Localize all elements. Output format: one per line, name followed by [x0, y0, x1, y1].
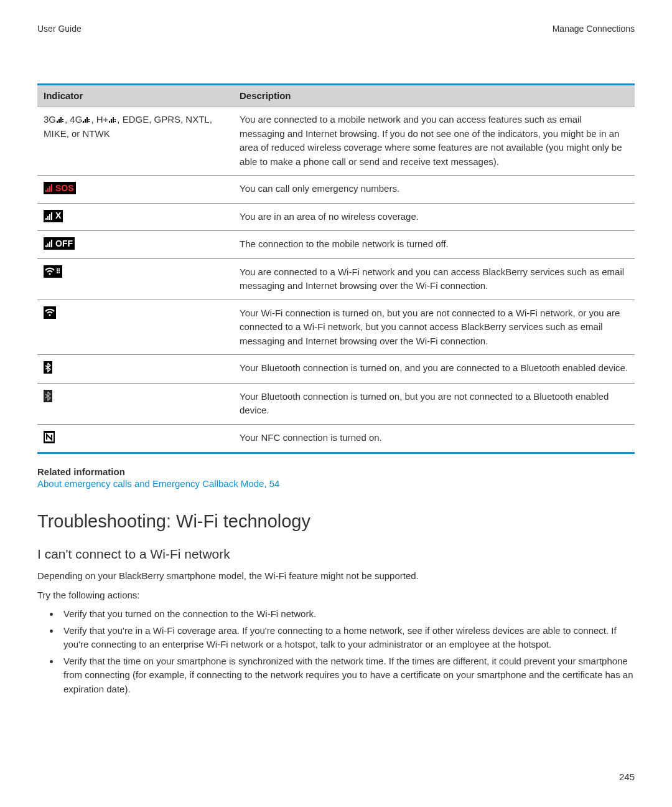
description-cell: Your Bluetooth connection is turned on, …: [233, 383, 635, 424]
svg-rect-18: [51, 184, 52, 192]
svg-rect-26: [51, 240, 52, 247]
svg-rect-22: [51, 212, 52, 220]
network-prefix: 3G: [44, 114, 56, 125]
list-item: Verify that the time on your smartphone …: [60, 654, 635, 697]
svg-rect-0: [57, 121, 58, 123]
indicator-cell: 3G, 4G, H+, EDGE, GPRS, NXTL, MIKE, or N…: [37, 106, 233, 176]
svg-rect-1: [58, 119, 60, 123]
table-row: Your Bluetooth connection is turned on, …: [37, 383, 635, 424]
table-row: Your Wi-Fi connection is turned on, but …: [37, 300, 635, 355]
svg-rect-15: [45, 190, 47, 192]
header-left: User Guide: [37, 24, 82, 34]
list-item: Verify that you're in a Wi-Fi coverage a…: [60, 624, 635, 652]
table-row: XYou are in an area of no wireless cover…: [37, 203, 635, 231]
table-row: Your Bluetooth connection is turned on, …: [37, 355, 635, 384]
table-header-description: Description: [233, 85, 635, 106]
indicator-cell: [37, 424, 233, 453]
signal-bars-icon: [108, 113, 117, 128]
wifi-on-icon: [44, 306, 56, 319]
page-number: 245: [619, 772, 635, 782]
svg-rect-6: [85, 119, 86, 123]
svg-rect-33: [58, 272, 60, 273]
network-suffix: , EDGE, GPRS, NXTL, MIKE, or NTWK: [44, 114, 212, 139]
svg-rect-7: [86, 117, 88, 123]
description-cell: Your Wi-Fi connection is turned on, but …: [233, 300, 635, 355]
indicators-table: Indicator Description 3G, 4G, H+, EDGE, …: [37, 83, 635, 454]
signal-bars-icon: [82, 113, 91, 128]
page-header: User Guide Manage Connections: [37, 24, 635, 34]
description-cell: You are in an area of no wireless covera…: [233, 203, 635, 231]
svg-rect-32: [57, 272, 58, 273]
table-row: SOSYou can call only emergency numbers.: [37, 176, 635, 204]
svg-rect-12: [113, 117, 114, 123]
indicator-cell: SOS: [37, 176, 233, 204]
description-cell: You are connected to a Wi-Fi network and…: [233, 258, 635, 300]
svg-rect-25: [49, 242, 50, 247]
table-row: Your NFC connection is turned on.: [37, 424, 635, 453]
troubleshooting-para2: Try the following actions:: [37, 588, 635, 603]
troubleshooting-title: Troubleshooting: Wi-Fi technology: [37, 511, 635, 532]
svg-rect-28: [57, 268, 58, 270]
signal-bars-icon: [56, 113, 65, 128]
indicator-cell: [37, 300, 233, 355]
network-prefix: 4G: [70, 114, 82, 125]
svg-rect-13: [114, 119, 116, 120]
bluetooth-connected-icon: [44, 361, 52, 374]
bluetooth-on-icon: [44, 390, 52, 402]
indicator-cell: [37, 383, 233, 424]
troubleshooting-subtitle: I can't connect to a Wi-Fi network: [37, 547, 635, 562]
indicator-cell: [37, 258, 233, 300]
svg-rect-16: [47, 188, 49, 192]
indicator-cell: [37, 355, 233, 384]
related-info-heading: Related information: [37, 466, 635, 477]
svg-point-27: [49, 273, 51, 275]
signal-off-icon: OFF: [44, 237, 75, 250]
table-row: You are connected to a Wi-Fi network and…: [37, 258, 635, 300]
network-labels: 3G, 4G, H+, EDGE, GPRS, NXTL, MIKE, or N…: [44, 114, 212, 139]
svg-rect-20: [47, 216, 49, 220]
svg-rect-30: [57, 270, 58, 271]
svg-rect-8: [88, 119, 90, 120]
indicator-cell: X: [37, 203, 233, 231]
svg-rect-17: [49, 186, 50, 192]
description-cell: Your NFC connection is turned on.: [233, 424, 635, 453]
indicator-cell: OFF: [37, 231, 233, 259]
table-header-indicator: Indicator: [37, 85, 233, 106]
svg-point-34: [49, 314, 51, 316]
svg-rect-24: [47, 243, 49, 247]
table-row: OFFThe connection to the mobile network …: [37, 231, 635, 259]
svg-rect-4: [62, 121, 63, 122]
svg-rect-2: [60, 117, 62, 123]
svg-rect-14: [114, 121, 116, 122]
svg-rect-11: [111, 119, 112, 123]
svg-rect-19: [45, 218, 47, 220]
header-right: Manage Connections: [553, 24, 635, 34]
description-cell: You are connected to a mobile network an…: [233, 106, 635, 176]
description-cell: The connection to the mobile network is …: [233, 231, 635, 259]
related-info-link[interactable]: About emergency calls and Emergency Call…: [37, 478, 635, 489]
svg-rect-31: [58, 270, 60, 271]
svg-rect-29: [58, 268, 60, 270]
svg-rect-21: [49, 214, 50, 220]
description-cell: Your Bluetooth connection is turned on, …: [233, 355, 635, 384]
svg-rect-3: [62, 119, 63, 120]
svg-rect-23: [45, 245, 47, 247]
svg-rect-10: [109, 121, 110, 123]
svg-rect-5: [83, 121, 84, 123]
signal-x-icon: X: [44, 210, 63, 222]
list-item: Verify that you turned on the connection…: [60, 607, 635, 621]
description-cell: You can call only emergency numbers.: [233, 176, 635, 204]
network-prefix: H+: [96, 114, 109, 125]
svg-rect-9: [88, 121, 90, 122]
wifi-connected-icon: [44, 265, 62, 278]
nfc-icon: [44, 431, 55, 443]
troubleshooting-para1: Depending on your BlackBerry smartphone …: [37, 569, 635, 583]
table-row: 3G, 4G, H+, EDGE, GPRS, NXTL, MIKE, or N…: [37, 106, 635, 176]
signal-sos-icon: SOS: [44, 182, 76, 194]
troubleshooting-actions: Verify that you turned on the connection…: [37, 607, 635, 696]
